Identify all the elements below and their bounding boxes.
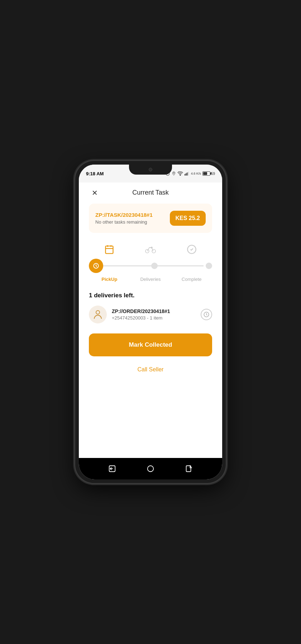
person-icon (94, 309, 102, 319)
label-pickup: PickUp (89, 277, 130, 282)
order-id: ZP://ORDER/20230418#1 (112, 308, 196, 314)
header: ✕ Current Task (89, 182, 212, 204)
svg-point-16 (96, 311, 100, 314)
close-button[interactable]: ✕ (89, 187, 100, 199)
order-phone-items: +254742520003 - 1 item (112, 315, 196, 321)
step-icon-pickup (89, 243, 130, 256)
label-complete: Complete (171, 277, 212, 282)
task-description: No other tasks remaining (95, 219, 153, 225)
dot-deliveries (151, 263, 158, 269)
pickup-icon (103, 243, 116, 256)
svg-rect-6 (188, 172, 188, 176)
app-content: ✕ Current Task ZP://TASK/20230418#1 No o… (79, 182, 222, 458)
dot-complete (206, 263, 212, 269)
bike-icon (144, 243, 157, 256)
signal-icon (185, 171, 190, 176)
mark-collected-button[interactable]: Mark Collected (89, 333, 212, 356)
svg-rect-4 (186, 173, 186, 175)
order-item: ZP://ORDER/20230418#1 +254742520003 - 1 … (89, 306, 212, 323)
bicycle-svg (145, 245, 156, 253)
status-icons: 4.6 K/s 59 (165, 171, 215, 176)
check-circle-icon (185, 243, 198, 256)
nav-recent-button[interactable] (184, 464, 194, 474)
battery-container: 59 (202, 171, 215, 176)
clock-svg (93, 263, 99, 269)
call-seller-button[interactable]: Call Seller (89, 364, 212, 376)
step-icon-complete (171, 243, 212, 256)
steps-icons (89, 243, 212, 256)
status-time: 9:18 AM (86, 171, 104, 176)
order-clock-icon (201, 309, 212, 320)
step-icon-deliveries (130, 243, 171, 256)
calendar-svg (104, 244, 114, 254)
svg-rect-3 (185, 174, 185, 175)
order-details: ZP://ORDER/20230418#1 +254742520003 - 1 … (112, 308, 196, 321)
location-icon (172, 171, 176, 176)
svg-point-1 (173, 172, 175, 174)
steps-labels: PickUp Deliveries Complete (89, 277, 212, 282)
order-avatar (89, 306, 107, 323)
track-line (97, 265, 204, 267)
svg-rect-7 (106, 246, 113, 254)
camera (149, 168, 152, 171)
nav-home-button[interactable] (145, 464, 156, 474)
task-id: ZP://TASK/20230418#1 (95, 212, 153, 218)
steps-track (89, 259, 212, 273)
task-info: ZP://TASK/20230418#1 No other tasks rema… (95, 212, 153, 225)
bottom-nav (79, 458, 222, 479)
speed-label: 4.6 K/s (191, 172, 201, 175)
steps-container: PickUp Deliveries Complete (89, 243, 212, 282)
status-bar: 9:18 AM 4. (79, 165, 222, 182)
deliveries-count: 1 deliveries left. (89, 292, 212, 299)
battery-percent: 59 (211, 172, 215, 176)
svg-point-2 (180, 175, 181, 176)
page-title: Current Task (132, 189, 169, 196)
svg-rect-5 (187, 172, 187, 175)
clock-icon-svg (203, 311, 210, 318)
check-svg (187, 244, 197, 254)
nav-recent-icon (185, 465, 193, 473)
kes-badge: KES 25.2 (170, 211, 206, 226)
battery-icon (202, 171, 210, 176)
notch (129, 165, 172, 175)
wifi-icon (177, 171, 183, 176)
nav-back-button[interactable] (107, 464, 117, 474)
nav-back-icon (108, 465, 116, 473)
nav-home-icon (147, 465, 154, 473)
task-card: ZP://TASK/20230418#1 No other tasks rema… (89, 204, 212, 233)
label-deliveries: Deliveries (130, 277, 171, 282)
svg-point-20 (148, 466, 154, 472)
dot-pickup (89, 259, 103, 273)
